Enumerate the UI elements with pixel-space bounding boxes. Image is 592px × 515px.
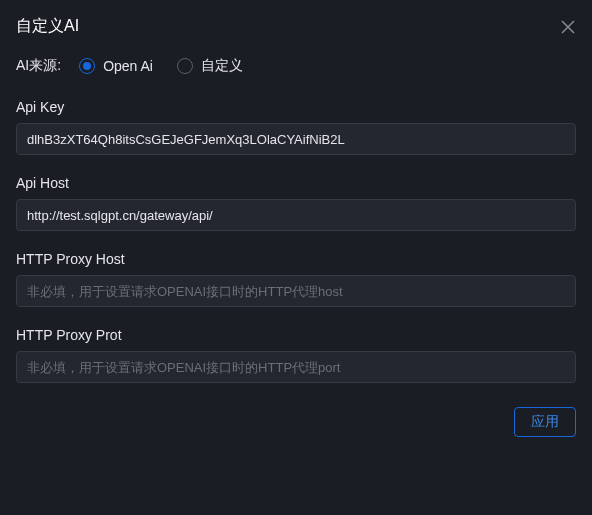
ai-source-row: AI来源: Open Ai 自定义 <box>16 57 576 75</box>
modal-header: 自定义AI <box>16 16 576 37</box>
ai-source-radio-group: Open Ai 自定义 <box>79 57 243 75</box>
custom-ai-modal: 自定义AI AI来源: Open Ai 自定义 Api Key Api Host <box>0 0 592 515</box>
api-key-group: Api Key <box>16 99 576 155</box>
radio-custom[interactable]: 自定义 <box>177 57 243 75</box>
http-proxy-host-group: HTTP Proxy Host <box>16 251 576 307</box>
api-host-group: Api Host <box>16 175 576 231</box>
http-proxy-port-label: HTTP Proxy Prot <box>16 327 576 343</box>
api-key-label: Api Key <box>16 99 576 115</box>
api-host-label: Api Host <box>16 175 576 191</box>
http-proxy-host-input[interactable] <box>16 275 576 307</box>
api-host-input[interactable] <box>16 199 576 231</box>
http-proxy-host-label: HTTP Proxy Host <box>16 251 576 267</box>
http-proxy-port-input[interactable] <box>16 351 576 383</box>
radio-circle-icon <box>79 58 95 74</box>
http-proxy-port-group: HTTP Proxy Prot <box>16 327 576 383</box>
api-key-input[interactable] <box>16 123 576 155</box>
radio-openai[interactable]: Open Ai <box>79 57 153 75</box>
ai-source-label: AI来源: <box>16 57 61 75</box>
modal-footer: 应用 <box>16 407 576 437</box>
radio-label: Open Ai <box>103 58 153 74</box>
radio-circle-icon <box>177 58 193 74</box>
close-icon[interactable] <box>560 19 576 35</box>
modal-title: 自定义AI <box>16 16 79 37</box>
apply-button[interactable]: 应用 <box>514 407 576 437</box>
radio-label: 自定义 <box>201 57 243 75</box>
